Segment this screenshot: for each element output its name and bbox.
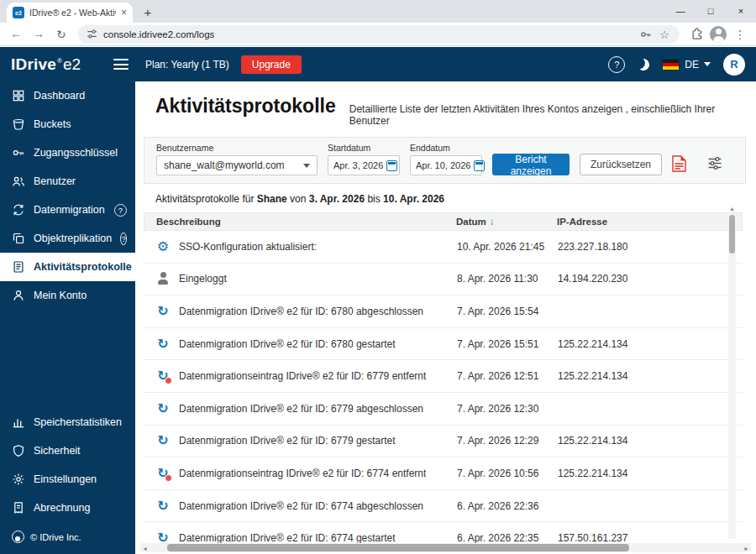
- table-row: Datenmigration IDrive® e2 für ID: 6774 a…: [144, 490, 743, 523]
- calendar-icon[interactable]: [386, 160, 397, 171]
- forward-icon[interactable]: →: [29, 25, 48, 44]
- hamburger-menu-icon[interactable]: [113, 59, 129, 70]
- back-icon[interactable]: ←: [7, 25, 25, 44]
- browser-tab-bar: e2 IDrive® e2 - Web-Aktivitätspr... × + …: [0, 0, 756, 23]
- table-row: SSO-Konfiguration aktualisiert: 10. Apr.…: [144, 231, 743, 264]
- idrive-e2-logo: IDrive®e2: [0, 55, 113, 74]
- sort-descending-icon[interactable]: ↓: [490, 217, 495, 227]
- url-text[interactable]: console.idrivee2.com/logs: [103, 29, 634, 39]
- main-content: Aktivitätsprotokolle Detaillierte Liste …: [135, 81, 756, 554]
- sidebar-item-storage-statistics[interactable]: Speicherstatistiken: [0, 408, 135, 436]
- column-header-ip: IP-Adresse: [557, 217, 742, 227]
- minimize-button[interactable]: —: [665, 0, 696, 23]
- sidebar-item-users[interactable]: Benutzer: [0, 167, 135, 196]
- calendar-icon[interactable]: [474, 160, 485, 171]
- row-date: 7. Apr. 2026 12:51: [457, 370, 558, 382]
- scroll-up-icon[interactable]: ▲: [728, 206, 736, 212]
- filter-settings-icon[interactable]: [708, 157, 722, 170]
- username-select[interactable]: shane_walt@myworld.com: [156, 155, 318, 175]
- gear-icon: [12, 473, 25, 486]
- site-info-icon[interactable]: [87, 29, 97, 39]
- sidebar-item-security[interactable]: Sicherheit: [0, 436, 135, 465]
- table-row: Datenmigration IDrive® e2 für ID: 6780 a…: [144, 295, 743, 328]
- show-report-button[interactable]: Bericht anzeigen: [492, 154, 570, 175]
- account-icon: [12, 289, 25, 302]
- sidebar-item-access-keys[interactable]: Zugangsschlüssel: [0, 138, 135, 167]
- browser-profile-avatar[interactable]: [710, 26, 727, 43]
- summary-from-date: 3. Apr. 2026: [309, 193, 365, 205]
- row-ip: 125.22.214.134: [558, 338, 743, 350]
- page-subtitle: Detaillierte Liste der letzten Aktivität…: [349, 103, 736, 127]
- row-icon: [155, 336, 171, 353]
- plan-label: Plan: Yearly (1 TB): [145, 59, 229, 71]
- sidebar-item-dashboard[interactable]: Dashboard: [0, 81, 135, 110]
- table-row: Datenmigration IDrive® e2 für ID: 6779 g…: [144, 426, 743, 458]
- end-date-input[interactable]: Apr. 10, 2026: [410, 155, 482, 175]
- new-tab-button[interactable]: +: [140, 6, 155, 18]
- help-icon[interactable]: ?: [608, 56, 625, 73]
- browser-toolbar: ← → ↻ console.idrivee2.com/logs ☆ ⋮: [0, 23, 756, 46]
- browser-menu-icon[interactable]: ⋮: [731, 25, 749, 44]
- extensions-puzzle-icon[interactable]: [687, 25, 706, 44]
- row-description: Datenmigration IDrive® e2 für ID: 6780 a…: [179, 306, 423, 317]
- help-badge-icon[interactable]: ?: [120, 233, 127, 245]
- browser-tab[interactable]: e2 IDrive® e2 - Web-Aktivitätspr... ×: [7, 3, 133, 23]
- maximize-button[interactable]: □: [696, 0, 726, 23]
- start-date-value: Apr. 3, 2026: [333, 160, 383, 170]
- migration-icon: [12, 203, 25, 217]
- replication-icon: [12, 232, 25, 245]
- row-icon: [155, 368, 171, 384]
- bookmark-star-icon[interactable]: ☆: [658, 25, 671, 44]
- row-description: Eingeloggt: [179, 273, 227, 285]
- user-avatar[interactable]: R: [723, 54, 745, 76]
- bucket-icon: [12, 118, 25, 131]
- summary-to-date: 10. Apr. 2026: [383, 193, 444, 205]
- scroll-left-icon[interactable]: ◄: [142, 545, 148, 552]
- vertical-scrollbar[interactable]: ▲ ▼: [728, 213, 736, 539]
- idrive-logo-mark: [12, 530, 24, 543]
- shield-icon: [12, 444, 25, 457]
- sidebar-item-activity-logs[interactable]: Aktivitätsprotokolle: [0, 253, 135, 281]
- billing-icon: [12, 501, 25, 515]
- language-selector[interactable]: DE: [662, 59, 711, 71]
- users-icon: [12, 175, 25, 188]
- row-icon: [155, 400, 171, 417]
- row-description: Datenmigrationseintrag IDrive® e2 für ID…: [179, 370, 426, 382]
- help-badge-icon[interactable]: ?: [114, 204, 127, 217]
- start-date-input[interactable]: Apr. 3, 2026: [328, 155, 400, 175]
- scroll-right-icon[interactable]: ►: [743, 545, 749, 552]
- language-code: DE: [685, 59, 699, 71]
- sidebar-item-object-replication[interactable]: Objektreplikation ?: [0, 224, 135, 253]
- row-icon: [155, 270, 171, 287]
- upgrade-button[interactable]: Upgrade: [241, 55, 302, 74]
- window-close-button[interactable]: ×: [726, 0, 756, 23]
- reset-button[interactable]: Zurücksetzen: [580, 154, 662, 175]
- horizontal-scroll-thumb[interactable]: [167, 544, 629, 551]
- password-key-icon[interactable]: [640, 29, 652, 40]
- reload-icon[interactable]: ↻: [52, 25, 71, 44]
- column-header-description: Beschreibung: [144, 217, 456, 227]
- tab-title: IDrive® e2 - Web-Aktivitätspr...: [29, 8, 116, 18]
- row-description: Datenmigration IDrive® e2 für ID: 6779 g…: [179, 435, 396, 447]
- chevron-down-icon: [303, 164, 310, 168]
- sidebar-item-billing[interactable]: Abrechnung: [0, 494, 135, 522]
- dark-mode-moon-icon[interactable]: [637, 57, 651, 71]
- tab-close-icon[interactable]: ×: [121, 8, 127, 18]
- vertical-scroll-thumb[interactable]: [729, 215, 735, 253]
- horizontal-scrollbar[interactable]: ◄ ►: [140, 543, 751, 552]
- sidebar-item-my-account[interactable]: Mein Konto: [0, 281, 135, 310]
- row-ip: 125.22.214.134: [558, 435, 743, 447]
- address-bar[interactable]: console.idrivee2.com/logs ☆: [78, 25, 680, 44]
- sidebar-spacer: [0, 310, 135, 408]
- sidebar-item-buckets[interactable]: Buckets: [0, 110, 135, 138]
- row-date: 7. Apr. 2026 15:51: [457, 338, 558, 350]
- export-pdf-icon[interactable]: [672, 155, 686, 172]
- row-date: 7. Apr. 2026 10:56: [457, 468, 558, 479]
- sidebar-item-data-migration[interactable]: Datenmigration ?: [0, 196, 135, 224]
- column-header-date[interactable]: Datum↓: [456, 217, 557, 227]
- sidebar-item-settings[interactable]: Einstellungen: [0, 465, 135, 494]
- row-ip: 125.22.214.134: [558, 370, 743, 382]
- row-icon: [155, 465, 171, 482]
- dashboard-icon: [12, 89, 25, 102]
- browser-window: e2 IDrive® e2 - Web-Aktivitätspr... × + …: [0, 0, 756, 554]
